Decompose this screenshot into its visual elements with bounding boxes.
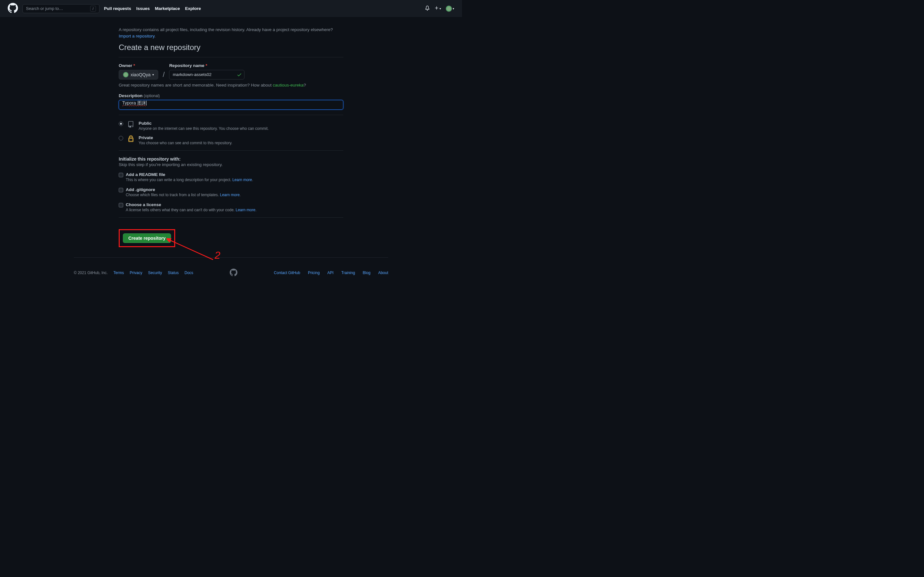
footer-privacy[interactable]: Privacy <box>129 271 142 275</box>
readme-subtitle: This is where you can write a long descr… <box>126 177 253 182</box>
caret-down-icon: ▾ <box>152 73 154 76</box>
nav-explore[interactable]: Explore <box>185 6 201 11</box>
readme-title: Add a README file <box>126 172 253 177</box>
gitignore-checkbox[interactable] <box>119 188 123 192</box>
slash-key-icon: / <box>90 6 96 11</box>
license-checkbox[interactable] <box>119 203 123 207</box>
search-placeholder: Search or jump to… <box>26 6 63 11</box>
private-subtitle: You choose who can see and commit to thi… <box>139 141 232 145</box>
initialize-title: Initialize this repository with: <box>119 156 343 161</box>
gitignore-learn-more-link[interactable]: Learn more <box>220 193 239 197</box>
name-suggestion-link[interactable]: cautious-eureka <box>273 83 304 87</box>
license-subtitle: A license tells others what they can and… <box>126 208 256 212</box>
text-cursor <box>146 101 147 105</box>
footer-about[interactable]: About <box>378 271 388 275</box>
repo-name-label: Repository name * <box>169 63 244 68</box>
user-avatar <box>446 5 452 12</box>
repo-name-hint: Great repository names are short and mem… <box>119 83 343 87</box>
nav-marketplace[interactable]: Marketplace <box>155 6 180 11</box>
initialize-subtitle: Skip this step if you're importing an ex… <box>119 162 343 167</box>
nav-pull-requests[interactable]: Pull requests <box>104 6 131 11</box>
radio-private[interactable] <box>119 136 123 140</box>
github-mark-icon[interactable] <box>230 269 237 277</box>
footer-contact[interactable]: Contact GitHub <box>274 271 300 275</box>
path-separator: / <box>163 71 165 79</box>
readme-learn-more-link[interactable]: Learn more <box>232 177 252 182</box>
repo-icon <box>126 121 136 128</box>
check-icon <box>237 72 242 78</box>
footer-blog[interactable]: Blog <box>363 271 371 275</box>
owner-avatar <box>123 72 129 77</box>
svg-line-0 <box>169 240 213 259</box>
owner-label: Owner * <box>119 63 158 68</box>
public-subtitle: Anyone on the internet can see this repo… <box>139 126 268 131</box>
user-menu[interactable]: ▾ <box>446 5 454 12</box>
main-content: A repository contains all project files,… <box>119 17 343 247</box>
readme-checkbox[interactable] <box>119 173 123 177</box>
footer-pricing[interactable]: Pricing <box>308 271 320 275</box>
page-title: Create a new repository <box>119 43 343 55</box>
public-title: Public <box>139 121 268 126</box>
gitignore-option[interactable]: Add .gitignore Choose which files not to… <box>119 187 343 197</box>
gitignore-subtitle: Choose which files not to track from a l… <box>126 193 241 197</box>
license-option[interactable]: Choose a license A license tells others … <box>119 202 343 212</box>
copyright: © 2021 GitHub, Inc. <box>74 271 108 275</box>
footer-training[interactable]: Training <box>341 271 355 275</box>
notifications-icon[interactable] <box>425 5 430 11</box>
footer: © 2021 GitHub, Inc. Terms Privacy Securi… <box>74 258 388 277</box>
annotation-number: 2 <box>215 250 220 261</box>
license-learn-more-link[interactable]: Learn more <box>236 208 255 212</box>
caret-down-icon: ▾ <box>453 7 454 10</box>
footer-docs[interactable]: Docs <box>184 271 193 275</box>
license-title: Choose a license <box>126 202 256 207</box>
create-repository-button[interactable]: Create repository <box>123 234 171 243</box>
lock-icon <box>126 135 136 142</box>
readme-option[interactable]: Add a README file This is where you can … <box>119 172 343 182</box>
annotation-highlight-box: Create repository 2 <box>119 229 175 247</box>
visibility-private-option[interactable]: Private You choose who can see and commi… <box>119 135 343 145</box>
private-title: Private <box>139 135 232 140</box>
import-repository-link[interactable]: Import a repository <box>119 34 155 39</box>
footer-status[interactable]: Status <box>168 271 179 275</box>
footer-api[interactable]: API <box>327 271 333 275</box>
nav-links: Pull requests Issues Marketplace Explore <box>104 6 201 11</box>
gitignore-title: Add .gitignore <box>126 187 241 192</box>
owner-dropdown[interactable]: xiaoQQya ▾ <box>119 70 158 79</box>
plus-icon <box>435 6 439 11</box>
divider <box>119 115 343 115</box>
description-input[interactable]: Typora 图床 <box>119 100 343 110</box>
divider <box>119 150 343 151</box>
visibility-public-option[interactable]: Public Anyone on the internet can see th… <box>119 121 343 131</box>
github-logo-icon[interactable] <box>8 3 18 14</box>
radio-public[interactable] <box>119 121 123 126</box>
caret-down-icon: ▾ <box>439 7 441 10</box>
global-header: Search or jump to… / Pull requests Issue… <box>0 0 462 17</box>
nav-issues[interactable]: Issues <box>136 6 150 11</box>
intro-text: A repository contains all project files,… <box>119 27 343 40</box>
search-input[interactable]: Search or jump to… / <box>23 4 99 13</box>
footer-security[interactable]: Security <box>148 271 162 275</box>
create-new-dropdown[interactable]: ▾ <box>435 6 441 11</box>
description-label: Description (optional) <box>119 93 343 98</box>
owner-name: xiaoQQya <box>131 72 150 77</box>
description-value: Typora 图床 <box>122 100 146 105</box>
repo-name-input[interactable] <box>169 70 244 79</box>
footer-terms[interactable]: Terms <box>113 271 124 275</box>
